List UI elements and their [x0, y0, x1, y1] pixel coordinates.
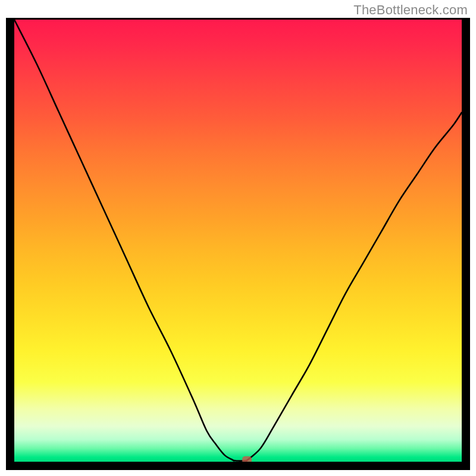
curve-layer — [14, 20, 462, 462]
watermark-text: TheBottleneck.com — [353, 2, 468, 18]
minimum-marker — [242, 456, 252, 462]
plot-frame — [6, 18, 470, 470]
curve-svg — [14, 20, 462, 462]
bottleneck-curve — [14, 20, 462, 461]
